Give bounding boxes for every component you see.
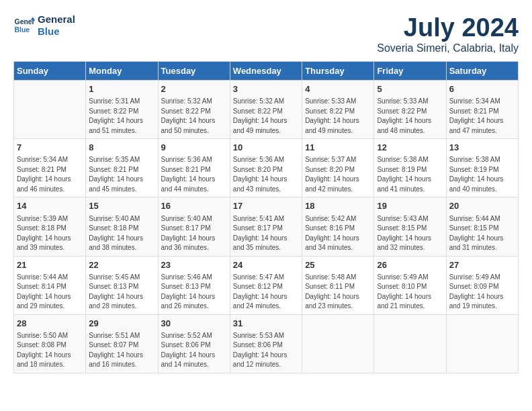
subtitle: Soveria Simeri, Calabria, Italy	[377, 42, 519, 54]
calendar-cell: 22Sunrise: 5:45 AM Sunset: 8:13 PM Dayli…	[86, 256, 158, 314]
calendar-cell: 16Sunrise: 5:40 AM Sunset: 8:17 PM Dayli…	[158, 197, 230, 256]
cell-info: Sunrise: 5:33 AM Sunset: 8:22 PM Dayligh…	[305, 97, 371, 136]
calendar-body: 1Sunrise: 5:31 AM Sunset: 8:22 PM Daylig…	[14, 81, 519, 373]
calendar-cell	[14, 81, 86, 139]
day-number: 24	[233, 259, 299, 271]
cell-info: Sunrise: 5:32 AM Sunset: 8:22 PM Dayligh…	[161, 97, 227, 136]
week-row-1: 1Sunrise: 5:31 AM Sunset: 8:22 PM Daylig…	[14, 81, 519, 139]
day-number: 5	[377, 83, 443, 95]
cell-info: Sunrise: 5:33 AM Sunset: 8:22 PM Dayligh…	[377, 97, 443, 136]
cell-info: Sunrise: 5:34 AM Sunset: 8:21 PM Dayligh…	[17, 155, 83, 194]
day-number: 21	[17, 259, 83, 271]
day-number: 12	[377, 142, 443, 154]
cell-info: Sunrise: 5:38 AM Sunset: 8:19 PM Dayligh…	[377, 155, 443, 194]
calendar-cell: 29Sunrise: 5:51 AM Sunset: 8:07 PM Dayli…	[86, 314, 158, 373]
day-number: 6	[449, 83, 515, 95]
day-number: 20	[449, 200, 515, 212]
cell-info: Sunrise: 5:53 AM Sunset: 8:06 PM Dayligh…	[233, 331, 299, 370]
day-number: 26	[377, 259, 443, 271]
header-wednesday: Wednesday	[230, 62, 302, 81]
calendar-cell: 15Sunrise: 5:40 AM Sunset: 8:18 PM Dayli…	[86, 197, 158, 256]
header-sunday: Sunday	[14, 62, 86, 81]
cell-info: Sunrise: 5:41 AM Sunset: 8:17 PM Dayligh…	[233, 214, 299, 253]
day-number: 10	[233, 142, 299, 154]
cell-info: Sunrise: 5:47 AM Sunset: 8:12 PM Dayligh…	[233, 273, 299, 312]
cell-info: Sunrise: 5:49 AM Sunset: 8:09 PM Dayligh…	[449, 273, 515, 312]
day-number: 7	[17, 142, 83, 154]
week-row-2: 7Sunrise: 5:34 AM Sunset: 8:21 PM Daylig…	[14, 139, 519, 197]
logo-line1: General	[38, 13, 75, 26]
header-monday: Monday	[86, 62, 158, 81]
cell-info: Sunrise: 5:35 AM Sunset: 8:21 PM Dayligh…	[89, 155, 154, 194]
cell-info: Sunrise: 5:34 AM Sunset: 8:21 PM Dayligh…	[449, 97, 515, 136]
header-thursday: Thursday	[302, 62, 374, 81]
cell-info: Sunrise: 5:32 AM Sunset: 8:22 PM Dayligh…	[233, 97, 299, 136]
calendar-cell: 2Sunrise: 5:32 AM Sunset: 8:22 PM Daylig…	[158, 81, 230, 139]
day-number: 1	[89, 83, 154, 95]
calendar-cell: 30Sunrise: 5:52 AM Sunset: 8:06 PM Dayli…	[158, 314, 230, 373]
logo-icon: General Blue	[13, 15, 35, 36]
header-saturday: Saturday	[446, 62, 518, 81]
logo: General Blue General Blue	[13, 13, 75, 38]
calendar-cell: 10Sunrise: 5:36 AM Sunset: 8:20 PM Dayli…	[230, 139, 302, 197]
day-number: 16	[161, 200, 227, 212]
calendar-cell: 27Sunrise: 5:49 AM Sunset: 8:09 PM Dayli…	[446, 256, 518, 314]
calendar-cell: 19Sunrise: 5:43 AM Sunset: 8:15 PM Dayli…	[374, 197, 446, 256]
cell-info: Sunrise: 5:49 AM Sunset: 8:10 PM Dayligh…	[377, 273, 443, 312]
cell-info: Sunrise: 5:46 AM Sunset: 8:13 PM Dayligh…	[161, 273, 227, 312]
day-number: 22	[89, 259, 154, 271]
cell-info: Sunrise: 5:40 AM Sunset: 8:17 PM Dayligh…	[161, 214, 227, 253]
day-number: 3	[233, 83, 299, 95]
header-tuesday: Tuesday	[158, 62, 230, 81]
day-number: 4	[305, 83, 371, 95]
title-section: July 2024 Soveria Simeri, Calabria, Ital…	[377, 13, 519, 54]
calendar-cell: 7Sunrise: 5:34 AM Sunset: 8:21 PM Daylig…	[14, 139, 86, 197]
calendar-cell: 28Sunrise: 5:50 AM Sunset: 8:08 PM Dayli…	[14, 314, 86, 373]
day-number: 9	[161, 142, 227, 154]
calendar-cell: 20Sunrise: 5:44 AM Sunset: 8:15 PM Dayli…	[446, 197, 518, 256]
cell-info: Sunrise: 5:48 AM Sunset: 8:11 PM Dayligh…	[305, 273, 371, 312]
calendar-cell: 6Sunrise: 5:34 AM Sunset: 8:21 PM Daylig…	[446, 81, 518, 139]
day-number: 29	[89, 318, 154, 330]
calendar-cell: 1Sunrise: 5:31 AM Sunset: 8:22 PM Daylig…	[86, 81, 158, 139]
calendar-cell: 17Sunrise: 5:41 AM Sunset: 8:17 PM Dayli…	[230, 197, 302, 256]
cell-info: Sunrise: 5:50 AM Sunset: 8:08 PM Dayligh…	[17, 331, 83, 370]
calendar-cell: 9Sunrise: 5:36 AM Sunset: 8:21 PM Daylig…	[158, 139, 230, 197]
calendar-table: SundayMondayTuesdayWednesdayThursdayFrid…	[13, 61, 519, 373]
page-header: General Blue General Blue July 2024 Sove…	[13, 13, 519, 54]
calendar-cell: 5Sunrise: 5:33 AM Sunset: 8:22 PM Daylig…	[374, 81, 446, 139]
day-number: 25	[305, 259, 371, 271]
day-number: 2	[161, 83, 227, 95]
calendar-cell: 3Sunrise: 5:32 AM Sunset: 8:22 PM Daylig…	[230, 81, 302, 139]
day-number: 11	[305, 142, 371, 154]
day-number: 15	[89, 200, 154, 212]
calendar-cell: 13Sunrise: 5:38 AM Sunset: 8:19 PM Dayli…	[446, 139, 518, 197]
header-row: SundayMondayTuesdayWednesdayThursdayFrid…	[14, 62, 519, 81]
calendar-cell	[302, 314, 374, 373]
cell-info: Sunrise: 5:38 AM Sunset: 8:19 PM Dayligh…	[449, 155, 515, 194]
day-number: 27	[449, 259, 515, 271]
day-number: 23	[161, 259, 227, 271]
cell-info: Sunrise: 5:37 AM Sunset: 8:20 PM Dayligh…	[305, 155, 371, 194]
day-number: 17	[233, 200, 299, 212]
calendar-cell: 21Sunrise: 5:44 AM Sunset: 8:14 PM Dayli…	[14, 256, 86, 314]
cell-info: Sunrise: 5:43 AM Sunset: 8:15 PM Dayligh…	[377, 214, 443, 253]
cell-info: Sunrise: 5:45 AM Sunset: 8:13 PM Dayligh…	[89, 273, 154, 312]
calendar-cell: 25Sunrise: 5:48 AM Sunset: 8:11 PM Dayli…	[302, 256, 374, 314]
cell-info: Sunrise: 5:52 AM Sunset: 8:06 PM Dayligh…	[161, 331, 227, 370]
cell-info: Sunrise: 5:39 AM Sunset: 8:18 PM Dayligh…	[17, 214, 83, 253]
day-number: 28	[17, 318, 83, 330]
calendar-cell	[446, 314, 518, 373]
calendar-cell: 24Sunrise: 5:47 AM Sunset: 8:12 PM Dayli…	[230, 256, 302, 314]
day-number: 30	[161, 318, 227, 330]
cell-info: Sunrise: 5:51 AM Sunset: 8:07 PM Dayligh…	[89, 331, 154, 370]
svg-text:Blue: Blue	[15, 26, 30, 34]
calendar-cell	[374, 314, 446, 373]
calendar-header: SundayMondayTuesdayWednesdayThursdayFrid…	[14, 62, 519, 81]
cell-info: Sunrise: 5:31 AM Sunset: 8:22 PM Dayligh…	[89, 97, 154, 136]
day-number: 14	[17, 200, 83, 212]
day-number: 18	[305, 200, 371, 212]
week-row-3: 14Sunrise: 5:39 AM Sunset: 8:18 PM Dayli…	[14, 197, 519, 256]
logo-line2: Blue	[38, 26, 75, 38]
week-row-4: 21Sunrise: 5:44 AM Sunset: 8:14 PM Dayli…	[14, 256, 519, 314]
